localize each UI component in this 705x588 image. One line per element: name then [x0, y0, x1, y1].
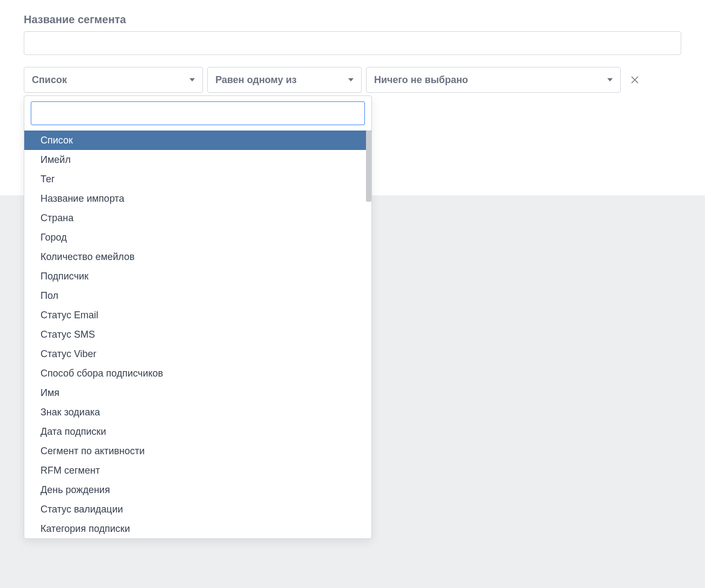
options-wrap: СписокИмейлТегНазвание импортаСтранаГоро… [24, 131, 371, 538]
close-icon [631, 76, 639, 84]
caret-down-icon [348, 78, 354, 81]
dropdown-option[interactable]: Знак зодиака [24, 402, 371, 422]
scrollbar-thumb[interactable] [366, 131, 371, 202]
dropdown-option[interactable]: Дата подписки [24, 422, 371, 441]
caret-down-icon [189, 78, 195, 81]
dropdown-option[interactable]: Статус валидации [24, 500, 371, 519]
dropdown-option[interactable]: Категория подписки [24, 519, 371, 538]
dropdown-search-input[interactable] [31, 101, 365, 125]
options-list: СписокИмейлТегНазвание импортаСтранаГоро… [24, 131, 371, 538]
dropdown-option[interactable]: Тег [24, 169, 371, 189]
remove-filter-button[interactable] [628, 73, 641, 86]
dropdown-option[interactable]: Название импорта [24, 189, 371, 208]
dropdown-option[interactable]: Статус Email [24, 305, 371, 325]
dropdown-option[interactable]: Имейл [24, 150, 371, 169]
dropdown-option[interactable]: День рождения [24, 480, 371, 500]
dropdown-option[interactable]: Статус Viber [24, 344, 371, 364]
filter-operator-dropdown[interactable]: Равен одному из [207, 67, 362, 93]
dropdown-option[interactable]: Список [24, 131, 371, 150]
dropdown-option[interactable]: RFM сегмент [24, 461, 371, 480]
filter-field-value: Список [32, 74, 67, 86]
dropdown-option[interactable]: Количество емейлов [24, 247, 371, 266]
dropdown-option[interactable]: Страна [24, 208, 371, 228]
caret-down-icon [607, 78, 613, 81]
filter-value-dropdown[interactable]: Ничего не выбрано [366, 67, 621, 93]
dropdown-option[interactable]: Способ сбора подписчиков [24, 364, 371, 383]
dropdown-option[interactable]: Имя [24, 383, 371, 402]
filter-field-dropdown[interactable]: Список [24, 67, 203, 93]
dropdown-option[interactable]: Статус SMS [24, 325, 371, 344]
filter-operator-value: Равен одному из [215, 74, 296, 86]
field-dropdown-panel: СписокИмейлТегНазвание импортаСтранаГоро… [24, 95, 372, 539]
dropdown-option[interactable]: Пол [24, 286, 371, 305]
dropdown-option[interactable]: Сегмент по активности [24, 441, 371, 461]
dropdown-search-wrap [24, 96, 371, 131]
segment-name-label: Название сегмента [24, 13, 681, 26]
dropdown-option[interactable]: Город [24, 228, 371, 247]
filter-value-text: Ничего не выбрано [374, 74, 468, 86]
filter-row: Список Равен одному из Ничего не выбрано [24, 67, 681, 93]
dropdown-option[interactable]: Подписчик [24, 266, 371, 286]
segment-name-input[interactable] [24, 31, 681, 55]
